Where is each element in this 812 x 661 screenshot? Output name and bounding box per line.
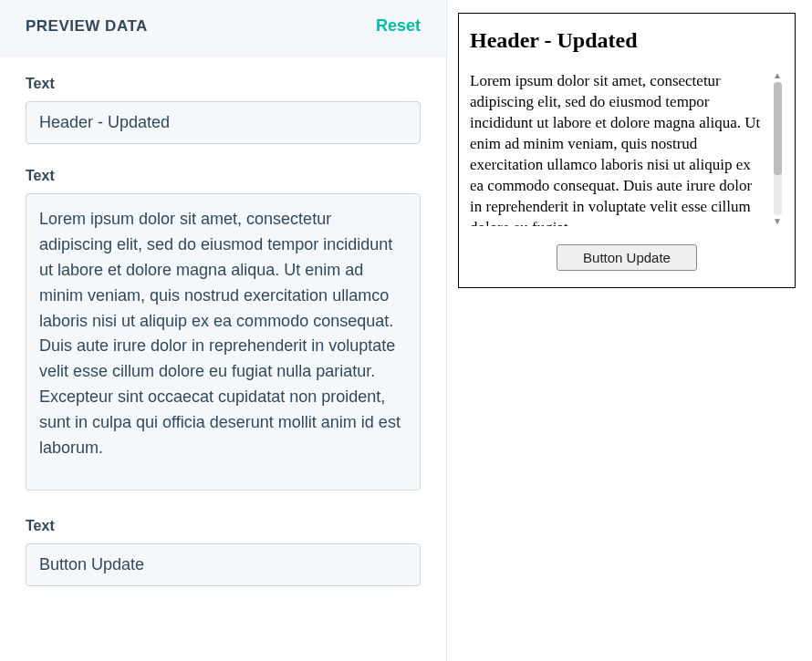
preview-header: Header - Updated	[470, 28, 784, 53]
header-text-input[interactable]	[26, 101, 421, 144]
button-text-input[interactable]	[26, 543, 421, 586]
field-group-body: Text	[26, 168, 421, 494]
preview-body-text: Lorem ipsum dolor sit amet, consectetur …	[470, 71, 769, 226]
panel-header: PREVIEW DATA Reset	[0, 0, 446, 57]
preview-scrollbar[interactable]: ▲ ▼	[771, 71, 784, 226]
field-label: Text	[26, 76, 421, 92]
preview-data-panel: PREVIEW DATA Reset Text Text Text	[0, 0, 447, 661]
body-text-input[interactable]	[26, 193, 421, 491]
field-group-button: Text	[26, 518, 421, 586]
preview-frame: Header - Updated Lorem ipsum dolor sit a…	[458, 13, 796, 288]
field-group-header: Text	[26, 76, 421, 144]
preview-action-button[interactable]: Button Update	[557, 244, 697, 271]
panel-title: PREVIEW DATA	[26, 17, 148, 36]
preview-button-row: Button Update	[470, 244, 784, 271]
field-label: Text	[26, 168, 421, 184]
scroll-thumb[interactable]	[774, 82, 782, 175]
scroll-down-icon[interactable]: ▼	[773, 217, 782, 226]
reset-button[interactable]: Reset	[376, 16, 421, 36]
preview-body-wrap: Lorem ipsum dolor sit amet, consectetur …	[470, 71, 784, 226]
preview-pane: Header - Updated Lorem ipsum dolor sit a…	[447, 0, 812, 661]
field-label: Text	[26, 518, 421, 534]
form-body: Text Text Text	[0, 57, 446, 628]
scroll-up-icon[interactable]: ▲	[773, 71, 782, 80]
scroll-track[interactable]	[774, 82, 782, 215]
